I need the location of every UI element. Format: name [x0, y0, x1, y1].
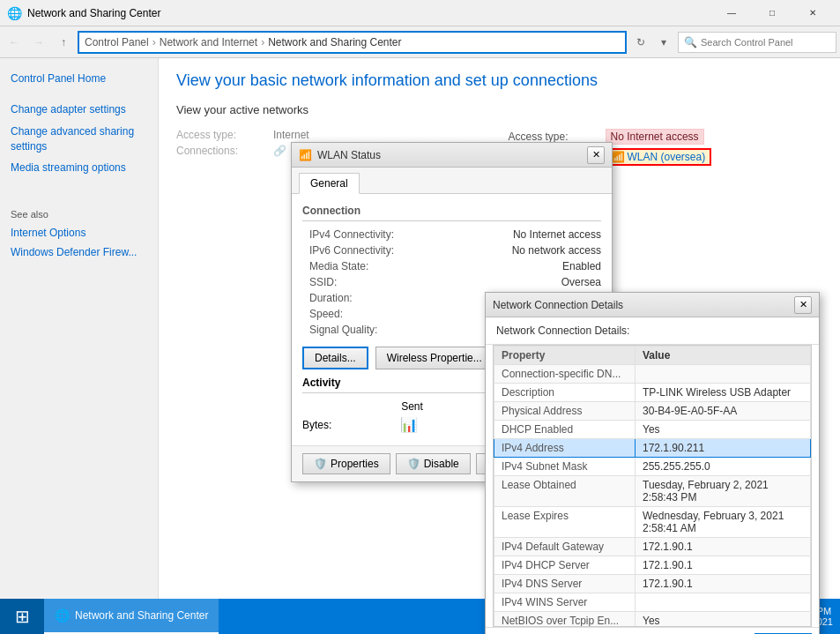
back-button[interactable]: ←	[4, 32, 25, 53]
details-value-cell: 172.1.90.1	[636, 538, 811, 556]
access-type-label-2: Access type:	[509, 131, 597, 143]
connections-value-1: 🔗	[273, 145, 286, 157]
details-property-cell: IPv4 Address	[494, 439, 636, 458]
details-table-row: DescriptionTP-LINK Wireless USB Adapter	[494, 384, 811, 402]
ssid-label: SSID:	[302, 276, 337, 288]
details-value-cell: 172.1.90.211	[636, 439, 811, 458]
maximize-button[interactable]: □	[752, 0, 792, 26]
details-dialog-title: Network Connection Details	[493, 299, 794, 311]
start-button[interactable]: ⊞	[0, 599, 44, 634]
details-property-cell: IPv4 Default Gateway	[494, 538, 636, 556]
forward-button[interactable]: →	[28, 32, 49, 53]
ipv4-conn-label: IPv4 Connectivity:	[302, 228, 394, 241]
wlan-tab-bar: General	[292, 168, 612, 194]
access-type-label-1: Access type:	[176, 129, 264, 141]
details-table-row: Connection-specific DN...	[494, 365, 811, 384]
window-controls: — □ ✕	[711, 0, 833, 26]
ipv4-conn-value: No Internet access	[513, 228, 601, 241]
signal-quality-label: Signal Quality:	[302, 324, 377, 336]
details-table-row: Physical Address30-B4-9E-A0-5F-AA	[494, 402, 811, 421]
details-table: Property Value Connection-specific DN...…	[494, 346, 811, 627]
col-property: Property	[494, 347, 636, 365]
details-value-cell: Yes	[636, 421, 811, 439]
bytes-icon: 📊	[400, 416, 418, 433]
window-title: Network and Sharing Center	[27, 7, 160, 19]
wlan-dialog-icon: 📶	[299, 149, 312, 161]
details-value-cell	[636, 593, 811, 612]
details-property-cell: Lease Obtained	[494, 476, 636, 507]
taskbar-app-item[interactable]: 🌐 Network and Sharing Center	[44, 599, 219, 634]
details-table-row: Lease ExpiresWednesday, February 3, 2021…	[494, 507, 811, 538]
breadcrumb-sep1: ›	[152, 36, 156, 48]
access-type-value-2: No Internet access	[606, 129, 704, 145]
wireless-properties-button[interactable]: Wireless Propertie...	[375, 347, 494, 369]
details-table-row: IPv4 DNS Server172.1.90.1	[494, 575, 811, 593]
search-input[interactable]	[701, 37, 830, 48]
details-dialog-close-x[interactable]: ✕	[794, 296, 812, 314]
details-property-cell: Physical Address	[494, 402, 636, 421]
nav-control-panel-home[interactable]: Control Panel Home	[0, 67, 158, 90]
ssid-value: Oversea	[561, 276, 601, 288]
details-button[interactable]: Details...	[302, 347, 368, 369]
details-value-cell: Yes	[636, 612, 811, 628]
details-property-cell: IPv4 DHCP Server	[494, 556, 636, 575]
details-table-row: IPv4 Address172.1.90.211	[494, 439, 811, 458]
speed-label: Speed:	[302, 308, 343, 320]
tab-general[interactable]: General	[299, 173, 360, 194]
bytes-label: Bytes:	[302, 419, 331, 431]
details-property-cell: IPv4 Subnet Mask	[494, 458, 636, 476]
details-table-row: DHCP EnabledYes	[494, 421, 811, 439]
col-value: Value	[636, 347, 811, 365]
details-property-cell: NetBIOS over Tcpip En...	[494, 612, 636, 628]
media-state-value: Enabled	[562, 260, 601, 272]
taskbar-app-label: Network and Sharing Center	[75, 609, 208, 622]
properties-icon: 🛡️	[314, 458, 327, 470]
details-value-cell	[636, 365, 811, 384]
dropdown-button[interactable]: ▾	[653, 32, 674, 53]
details-table-row: Lease ObtainedTuesday, February 2, 2021 …	[494, 476, 811, 507]
address-box[interactable]: Control Panel › Network and Internet › N…	[78, 31, 627, 54]
wlan-dialog-titlebar: 📶 WLAN Status ✕	[292, 143, 612, 168]
nav-media-streaming[interactable]: Media streaming options	[0, 157, 158, 179]
signal-icon: 📶	[612, 151, 625, 163]
details-value-cell: 255.255.255.0	[636, 458, 811, 476]
details-table-row: IPv4 DHCP Server172.1.90.1	[494, 556, 811, 575]
address-actions: ↻ ▾	[630, 32, 674, 53]
up-button[interactable]: ↑	[53, 32, 74, 53]
nav-change-advanced[interactable]: Change advanced sharingsettings	[0, 121, 158, 158]
breadcrumb-part1: Control Panel	[85, 36, 149, 48]
details-property-cell: IPv4 DNS Server	[494, 575, 636, 593]
left-navigation: Control Panel Home Change adapter settin…	[0, 58, 159, 634]
connection-heading: Connection	[302, 205, 601, 221]
content-area: View your basic network information and …	[159, 58, 840, 634]
details-property-cell: Connection-specific DN...	[494, 365, 636, 384]
nav-change-adapter[interactable]: Change adapter settings	[0, 99, 158, 121]
details-table-row: IPv4 Subnet Mask255.255.255.0	[494, 458, 811, 476]
minimize-button[interactable]: —	[711, 0, 752, 26]
address-bar: ← → ↑ Control Panel › Network and Intern…	[0, 26, 840, 58]
close-button[interactable]: ✕	[792, 0, 833, 26]
window-icon: 🌐	[7, 6, 22, 20]
disable-icon: 🛡️	[407, 458, 420, 470]
network-connection-details-dialog: Network Connection Details ✕ Network Con…	[485, 292, 820, 634]
sent-label: Sent	[401, 400, 423, 413]
details-value-cell: 30-B4-9E-A0-5F-AA	[636, 402, 811, 421]
details-property-cell: Lease Expires	[494, 507, 636, 538]
details-value-cell: 172.1.90.1	[636, 556, 811, 575]
wlan-connection-link[interactable]: 📶 WLAN (oversea)	[606, 148, 712, 166]
breadcrumb-part2: Network and Internet	[160, 36, 257, 48]
details-table-container: Property Value Connection-specific DN...…	[493, 345, 812, 627]
details-table-row: IPv4 Default Gateway172.1.90.1	[494, 538, 811, 556]
see-also-heading: See also	[0, 205, 158, 223]
disable-button[interactable]: 🛡️ Disable	[396, 453, 471, 474]
refresh-button[interactable]: ↻	[630, 32, 651, 53]
titlebar: 🌐 Network and Sharing Center — □ ✕	[0, 0, 840, 26]
details-section-title: Network Connection Details:	[486, 317, 819, 345]
properties-button[interactable]: 🛡️ Properties	[302, 453, 390, 474]
nav-internet-options[interactable]: Internet Options	[0, 223, 158, 242]
details-table-row: IPv4 WINS Server	[494, 593, 811, 612]
details-value-cell: Tuesday, February 2, 2021 2:58:43 PM	[636, 476, 811, 507]
nav-windows-defender[interactable]: Windows Defender Firew...	[0, 242, 158, 262]
wlan-dialog-close[interactable]: ✕	[587, 146, 605, 164]
section-heading: View your active networks	[176, 103, 822, 116]
